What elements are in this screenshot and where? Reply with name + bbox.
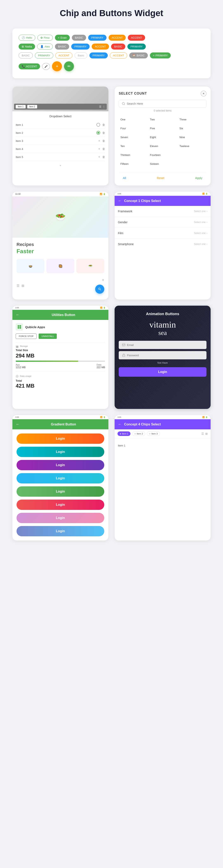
all-button[interactable]: All <box>119 175 130 181</box>
more-icon[interactable]: ⋮ <box>103 105 105 108</box>
gradient-login-btn-3[interactable]: Login <box>17 460 104 470</box>
chip-accent-red-1[interactable]: ACCENT <box>128 35 145 41</box>
trash-icon-3[interactable]: 🗑 <box>102 139 105 143</box>
reset-button[interactable]: Reset <box>153 175 168 181</box>
chip-accent-orange-2[interactable]: ACCENT <box>92 43 109 50</box>
apply-button[interactable]: Apply <box>191 175 206 181</box>
trash-icon-4[interactable]: 🗑 <box>102 147 105 151</box>
list-icon[interactable]: ☰ <box>17 284 20 288</box>
back-button-utilities[interactable]: ← <box>16 313 20 317</box>
recipe-tile-1[interactable]: 🍲 <box>17 259 44 273</box>
plus-icon-5[interactable]: + <box>98 155 100 159</box>
chip-basic-outline[interactable]: BASIC <box>19 53 33 58</box>
chip-firoz[interactable]: ✿ Firoz <box>37 35 53 41</box>
plus-icon-3[interactable]: + <box>98 139 100 143</box>
search-box[interactable] <box>119 100 206 107</box>
item-nine[interactable]: Nine <box>178 133 206 141</box>
close-button[interactable]: ✕ <box>201 91 206 96</box>
item-six[interactable]: Six <box>178 124 206 132</box>
concept1-row-smartphone[interactable]: Smartphone Select one › <box>115 239 211 249</box>
concept4-chip-item3[interactable]: ○ Item 3 <box>147 431 160 436</box>
back-button-concept4[interactable]: ← <box>118 422 122 427</box>
chip-hello[interactable]: 🕐 Hello <box>19 35 35 41</box>
item-tweleve[interactable]: Tweleve <box>178 142 206 150</box>
item-fourteen[interactable]: Fourteen <box>148 151 177 159</box>
gradient-login-btn-1[interactable]: Login <box>17 433 104 444</box>
item-one[interactable]: One <box>119 116 148 124</box>
item-seven[interactable]: Seven <box>119 133 148 141</box>
add-button[interactable]: + <box>102 278 104 282</box>
item-five[interactable]: Five <box>148 124 177 132</box>
item-thirteen[interactable]: Thirteen <box>119 151 148 159</box>
item-two[interactable]: Two <box>148 116 177 124</box>
back-button-gradient[interactable]: ← <box>16 422 20 427</box>
item-ten[interactable]: Ten <box>119 142 148 150</box>
concept4-chip-item1[interactable]: ● Item 1 <box>118 431 130 436</box>
chip-evan[interactable]: + Evan <box>55 35 70 41</box>
gradient-login-btn-6[interactable]: Login <box>17 500 104 510</box>
concept1-row-framework[interactable]: Framework Select one › <box>115 206 211 217</box>
chip-accent-phone[interactable]: 📞 ACCENT <box>19 63 40 69</box>
item-eight[interactable]: Eight <box>148 133 177 141</box>
chip-basic-home[interactable]: 🏠 BASIC <box>129 53 148 58</box>
concept1-row-film[interactable]: Film Select one › <box>115 228 211 239</box>
menu-icon[interactable]: ☰ <box>99 105 101 108</box>
fab-edit-button[interactable]: ✏ <box>64 61 74 71</box>
list-view-icon[interactable]: ☰ <box>201 432 204 435</box>
trash-icon-1[interactable]: 🗑 <box>102 123 105 126</box>
gradient-login-btn-7[interactable]: Login <box>17 513 104 523</box>
fab-plus-button[interactable]: + <box>52 61 62 71</box>
concept1-row-gender[interactable]: Gender Select one › <box>115 217 211 228</box>
chip-accent-outline[interactable]: ACCENT <box>55 53 72 58</box>
item-four[interactable]: Four <box>119 124 148 132</box>
chip-basic-red[interactable]: BASIC <box>111 43 125 50</box>
trash-icon-5[interactable]: 🗑 <box>102 155 105 159</box>
recipe-tile-3[interactable]: 🥗 <box>76 259 104 273</box>
recipe-tile-2[interactable]: 🥘 <box>46 259 74 273</box>
chip-primary-teal[interactable]: PRIMARY <box>127 43 146 50</box>
chip-accent-orange-1[interactable]: ACCENT <box>108 35 126 41</box>
plus-icon-4[interactable]: + <box>98 147 100 151</box>
gradient-login-btn-2[interactable]: Login <box>17 447 104 457</box>
chip-primary-2[interactable]: PRIMARY <box>71 43 90 50</box>
dropdown-item-5[interactable]: Item 5 + 🗑 <box>16 153 105 161</box>
chip-mic[interactable]: 🎤 <box>42 63 50 70</box>
uninstall-button[interactable]: UNINSTALL <box>39 334 57 339</box>
password-input[interactable] <box>127 354 203 357</box>
dropdown-item-3[interactable]: Item 3 + 🗑 <box>16 137 105 145</box>
item-fifteen[interactable]: Fifteen <box>119 160 148 168</box>
password-input-wrapper[interactable] <box>119 351 206 359</box>
dropdown-item-4[interactable]: Item 4 + 🗑 <box>16 145 105 153</box>
force-stop-button[interactable]: FORCE STOP <box>16 334 36 339</box>
trash-icon-2[interactable]: 🗑 <box>102 131 105 134</box>
chevron-down[interactable]: ⌄ <box>16 161 105 168</box>
grid-icon[interactable]: ⊞ <box>22 284 24 288</box>
chip-nadia[interactable]: ⊞ Nadia <box>19 43 35 50</box>
chip-accent-outline-2[interactable]: ACCENT <box>110 53 127 58</box>
back-button-concept1[interactable]: ← <box>118 199 122 203</box>
search-input[interactable] <box>127 102 203 105</box>
item-three[interactable]: Three <box>178 116 206 124</box>
radio-item1[interactable] <box>96 123 100 127</box>
email-input[interactable] <box>127 343 203 346</box>
grid-view-icon[interactable]: ⊞ <box>205 432 208 435</box>
fab-search-button[interactable] <box>95 285 104 294</box>
concept4-item-1[interactable]: Item 1 <box>118 441 207 450</box>
item-sixteen[interactable]: Sixteen <box>148 160 177 168</box>
chip-primary-blue-3[interactable]: PRIMARY <box>89 53 108 58</box>
chip-primary-outline[interactable]: PRIMARY <box>35 53 53 58</box>
gradient-login-btn-4[interactable]: Login <box>17 473 104 484</box>
radio-item2[interactable] <box>96 131 100 135</box>
chip-basic-2[interactable]: BASIC <box>55 43 69 50</box>
dropdown-item-1[interactable]: Item 1 🗑 <box>16 121 105 129</box>
gradient-login-btn-8[interactable]: Login <box>17 526 104 536</box>
chip-alex[interactable]: 👤 Alex <box>37 43 53 50</box>
concept4-chip-item2[interactable]: ○ Item 2 <box>132 431 145 436</box>
login-button-anim[interactable]: Login <box>119 367 206 377</box>
item-eleven[interactable]: Eleven <box>148 142 177 150</box>
tab-item1[interactable]: Item 1 <box>16 105 26 108</box>
gradient-login-btn-5[interactable]: Login <box>17 486 104 497</box>
chip-primary-1[interactable]: PRIMARY <box>88 35 106 41</box>
dropdown-item-2[interactable]: Item 2 🗑 <box>16 129 105 137</box>
chip-primary-plus[interactable]: + PRIMARY <box>150 53 171 58</box>
